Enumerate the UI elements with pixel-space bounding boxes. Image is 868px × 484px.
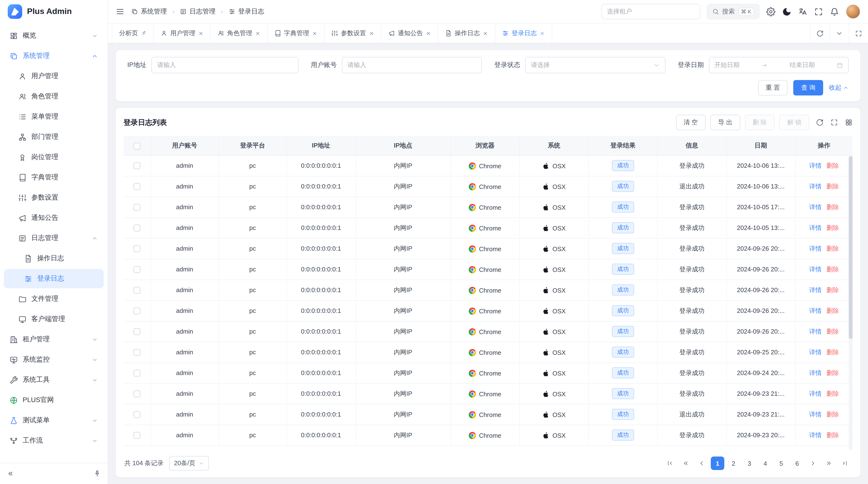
tab-close-icon[interactable] (198, 31, 204, 36)
delete-link[interactable]: 删除 (827, 161, 839, 170)
detail-link[interactable]: 详情 (809, 431, 822, 440)
clear-button[interactable]: 清 空 (676, 115, 706, 130)
translate-button[interactable] (798, 7, 807, 16)
delete-link[interactable]: 删除 (827, 203, 839, 212)
detail-link[interactable]: 详情 (809, 244, 822, 253)
breadcrumb-item[interactable]: 系统管理 (131, 7, 167, 16)
sidebar-pin-button[interactable] (94, 470, 101, 477)
sidebar-item-system-mgmt[interactable]: 系统管理 (4, 46, 104, 66)
sidebar-item-login-log[interactable]: 登录日志 (4, 269, 104, 288)
tab-param-settings[interactable]: 参数设置 (324, 24, 381, 43)
sidebar-item-file-mgmt[interactable]: 文件管理 (4, 289, 104, 309)
delete-link[interactable]: 删除 (827, 265, 839, 273)
delete-link[interactable]: 删除 (827, 182, 839, 191)
detail-link[interactable]: 详情 (809, 348, 822, 356)
sidebar-item-role-mgmt[interactable]: 角色管理 (4, 87, 104, 106)
search-box[interactable]: 搜索 ⌘ K (707, 4, 760, 19)
dark-mode-button[interactable] (782, 7, 791, 16)
pagination-prev-page-button[interactable] (695, 456, 708, 470)
pagination-prev-group-button[interactable] (679, 456, 692, 470)
sidebar-item-param-settings[interactable]: 参数设置 (4, 188, 104, 207)
pagination-next-page-button[interactable] (806, 456, 820, 470)
detail-link[interactable]: 详情 (809, 161, 822, 170)
sidebar-item-plus-site[interactable]: PLUS官网 (4, 390, 104, 410)
settings-button[interactable] (766, 7, 775, 16)
row-checkbox[interactable] (133, 287, 140, 294)
row-checkbox[interactable] (133, 412, 140, 418)
delete-link[interactable]: 删除 (827, 389, 839, 398)
tab-dict-mgmt[interactable]: 字典管理 (268, 24, 324, 43)
detail-link[interactable]: 详情 (809, 389, 822, 398)
query-button[interactable]: 查 询 (794, 80, 823, 95)
account-input[interactable]: 请输入 (342, 57, 482, 73)
sidebar-item-sys-tools[interactable]: 系统工具 (4, 370, 104, 389)
sidebar-item-log-mgmt[interactable]: 日志管理 (4, 228, 104, 248)
sidebar-item-notice[interactable]: 通知公告 (4, 208, 104, 228)
row-checkbox[interactable] (133, 432, 140, 439)
tab-close-icon[interactable] (539, 31, 545, 36)
sidebar-item-tenant-mgmt[interactable]: 租户管理 (4, 330, 104, 349)
table-fullscreen-button[interactable] (830, 119, 838, 126)
row-checkbox[interactable] (133, 370, 140, 377)
row-checkbox[interactable] (133, 204, 140, 211)
detail-link[interactable]: 详情 (809, 286, 822, 294)
tab-op-log[interactable]: 操作日志 (438, 24, 495, 43)
row-checkbox[interactable] (133, 225, 140, 232)
sidebar-item-dict-mgmt[interactable]: 字典管理 (4, 168, 104, 187)
row-checkbox[interactable] (133, 328, 140, 335)
pagination-first-page-button[interactable] (663, 456, 677, 470)
detail-link[interactable]: 详情 (809, 410, 822, 419)
sidebar-item-dept-mgmt[interactable]: 部门管理 (4, 127, 104, 147)
tab-notice[interactable]: 通知公告 (381, 24, 438, 43)
fullscreen-button[interactable] (814, 7, 823, 16)
row-checkbox[interactable] (133, 266, 140, 273)
sidebar-item-client-mgmt[interactable]: 客户端管理 (4, 310, 104, 329)
unlock-button[interactable]: 解 锁 (779, 115, 809, 130)
table-scrollbar-thumb[interactable] (849, 156, 852, 339)
delete-link[interactable]: 删除 (827, 244, 839, 253)
tab-role-mgmt[interactable]: 角色管理 (211, 24, 268, 43)
delete-link[interactable]: 删除 (827, 410, 839, 419)
pagination-page-1[interactable]: 1 (711, 456, 724, 470)
pagination-page-2[interactable]: 2 (727, 456, 740, 470)
pagination-page-5[interactable]: 5 (774, 456, 788, 470)
ip-input[interactable]: 请输入 (151, 57, 298, 73)
column-settings-button[interactable] (845, 119, 852, 126)
sidebar-item-user-mgmt[interactable]: 用户管理 (4, 67, 104, 86)
delete-link[interactable]: 删除 (827, 223, 839, 232)
delete-button[interactable]: 删 除 (745, 115, 775, 130)
export-button[interactable]: 导 出 (710, 115, 740, 130)
pagination-page-3[interactable]: 3 (743, 456, 756, 470)
tab-login-log[interactable]: 登录日志 (495, 24, 552, 43)
delete-link[interactable]: 删除 (827, 368, 839, 377)
collapse-filters-link[interactable]: 收起 (829, 84, 849, 92)
tabs-menu-button[interactable] (830, 24, 849, 43)
pagination-next-group-button[interactable] (822, 456, 836, 470)
row-checkbox[interactable] (133, 308, 140, 315)
row-checkbox[interactable] (133, 349, 140, 356)
reset-button[interactable]: 重 置 (758, 80, 788, 95)
delete-link[interactable]: 删除 (827, 348, 839, 356)
notifications-button[interactable] (830, 7, 839, 16)
sidebar-collapse-button[interactable] (7, 470, 14, 477)
tab-close-icon[interactable] (426, 31, 431, 36)
date-range-input[interactable]: 开始日期 结束日期 (709, 57, 849, 73)
tab-close-icon[interactable] (255, 31, 260, 36)
sidebar-item-post-mgmt[interactable]: 岗位管理 (4, 148, 104, 167)
content-fullscreen-button[interactable] (849, 24, 868, 43)
sidebar-item-menu-mgmt[interactable]: 菜单管理 (4, 107, 104, 126)
tab-close-icon[interactable] (369, 31, 374, 36)
tab-close-icon[interactable] (312, 31, 317, 36)
table-refresh-button[interactable] (816, 119, 824, 126)
detail-link[interactable]: 详情 (809, 203, 822, 212)
row-checkbox[interactable] (133, 163, 140, 169)
detail-link[interactable]: 详情 (809, 223, 822, 232)
pagination-last-page-button[interactable] (838, 456, 851, 470)
sidebar-item-op-log[interactable]: 操作日志 (4, 249, 104, 268)
delete-link[interactable]: 删除 (827, 327, 839, 336)
sidebar-item-sys-monitor[interactable]: 系统监控 (4, 350, 104, 369)
detail-link[interactable]: 详情 (809, 327, 822, 336)
tab-close-icon[interactable] (483, 31, 488, 36)
pagination-page-4[interactable]: 4 (758, 456, 772, 470)
sidebar-item-overview[interactable]: 概览 (4, 26, 104, 45)
